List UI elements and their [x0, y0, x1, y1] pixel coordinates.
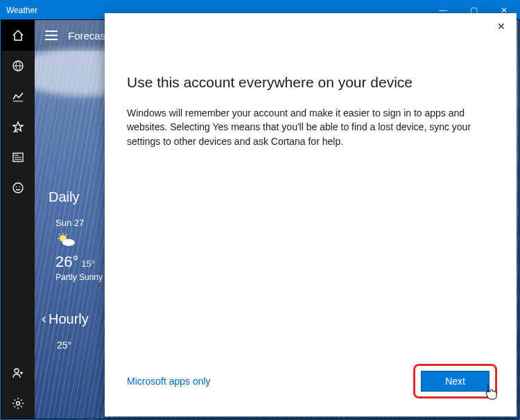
prev-day-button[interactable]: ‹: [42, 310, 46, 326]
settings-icon[interactable]: [1, 388, 35, 419]
feedback-icon[interactable]: [1, 173, 35, 203]
home-icon[interactable]: [1, 20, 35, 51]
low-temp: 15°: [81, 259, 95, 269]
next-button[interactable]: Next: [421, 371, 489, 392]
svg-point-4: [19, 186, 21, 188]
hamburger-icon[interactable]: [35, 20, 68, 51]
signin-icon[interactable]: [1, 358, 35, 388]
weather-window: Weather — ▢ ✕: [0, 0, 520, 420]
svg-point-6: [17, 402, 20, 405]
svg-point-8: [62, 239, 75, 246]
news-icon[interactable]: [1, 142, 35, 173]
dialog-title: Use this account everywhere on your devi…: [127, 74, 494, 91]
historical-icon[interactable]: [1, 81, 35, 112]
svg-point-3: [16, 186, 17, 188]
favorites-icon[interactable]: [1, 112, 35, 142]
account-dialog: ✕ Use this account everywhere on your de…: [105, 13, 517, 417]
dialog-body: Windows will remember your account and m…: [127, 106, 494, 148]
svg-point-2: [13, 183, 23, 193]
sidebar: [1, 20, 35, 419]
microsoft-apps-only-link[interactable]: Microsoft apps only: [127, 376, 211, 387]
map-icon[interactable]: [1, 51, 35, 81]
dialog-close-button[interactable]: ✕: [493, 19, 510, 34]
svg-point-5: [15, 369, 19, 373]
high-temp: 26°: [55, 253, 78, 270]
page-title: Forecast: [68, 30, 108, 42]
highlight-annotation: Next: [413, 364, 497, 399]
